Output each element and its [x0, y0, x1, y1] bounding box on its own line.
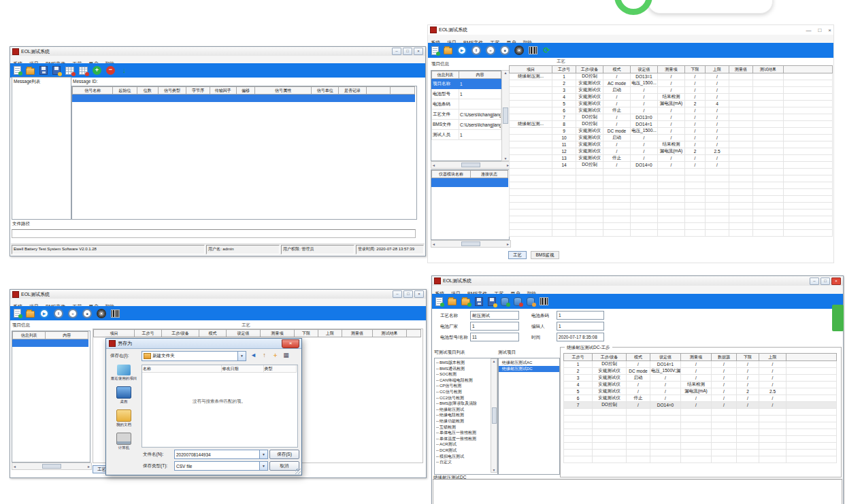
table-row[interactable]: 7DO控制/DO13=0///: [510, 114, 833, 121]
download-icon[interactable]: ↓: [120, 66, 129, 75]
file-path-box[interactable]: [12, 229, 416, 238]
scroll-up-icon[interactable]: ▲: [493, 359, 496, 363]
test-item[interactable]: 模拟电压测试: [435, 454, 497, 460]
table-row[interactable]: 10安规测试仪启动////: [510, 135, 833, 141]
tab-bms-monitor[interactable]: BMS监视: [531, 251, 559, 259]
window-control-button[interactable]: □: [403, 48, 412, 55]
test-item[interactable]: CAN终端电阻检测: [435, 377, 497, 384]
message-list-panel[interactable]: Message列表: [12, 77, 71, 220]
db-delete-icon[interactable]: [514, 297, 522, 306]
window-control-button[interactable]: —: [806, 27, 811, 33]
battery-model-input[interactable]: 11: [470, 333, 519, 341]
open-folder-icon[interactable]: [448, 299, 457, 305]
fast-forward-icon[interactable]: »: [68, 309, 78, 318]
disc-icon[interactable]: [514, 46, 524, 55]
table-row[interactable]: [564, 450, 837, 456]
table-row[interactable]: [564, 429, 837, 436]
new-doc-icon[interactable]: [14, 309, 21, 318]
table-row[interactable]: [564, 422, 837, 429]
table-row[interactable]: [510, 175, 833, 182]
project-info-table[interactable]: 信息列表内容: [12, 331, 90, 463]
refresh-icon[interactable]: ⟳: [542, 46, 551, 55]
open-folder-icon[interactable]: [26, 68, 35, 75]
table-row[interactable]: [510, 196, 833, 203]
views-icon[interactable]: ▦: [282, 351, 291, 360]
filename-input[interactable]: 20200708144934 ▼: [174, 450, 268, 459]
table-row[interactable]: [13, 339, 88, 347]
open-folder-icon[interactable]: [444, 48, 452, 54]
test-item[interactable]: DCR测试: [435, 448, 497, 454]
test-item[interactable]: SOC检测: [435, 371, 497, 377]
table-row[interactable]: 6安规测试仪停止/////: [564, 395, 837, 402]
remove-circle-icon[interactable]: −: [106, 66, 115, 75]
test-item[interactable]: 自定义: [435, 459, 497, 465]
barcode-icon[interactable]: [529, 46, 537, 54]
test-item[interactable]: ACR测试: [435, 441, 497, 448]
table-row[interactable]: 2安规测试仪AC mode电压_1500...///: [510, 80, 833, 87]
place-documents[interactable]: 我的文档: [109, 409, 139, 426]
table-row[interactable]: [510, 189, 833, 196]
table-row[interactable]: [564, 436, 837, 443]
table-row[interactable]: 7DO控制/DO14=0////: [564, 402, 837, 409]
test-item[interactable]: 绝缘耐压测试: [435, 407, 497, 413]
place-recent[interactable]: 最近使用的项目: [109, 365, 139, 380]
place-computer[interactable]: 计算机: [109, 433, 139, 450]
table-row[interactable]: [432, 178, 508, 187]
table-row[interactable]: 电池型号1: [432, 89, 501, 99]
dialog-title-bar[interactable]: 另存为: [106, 339, 301, 349]
disc-icon[interactable]: [97, 309, 106, 318]
table-row[interactable]: [564, 409, 837, 416]
horizontal-scrollbar[interactable]: ◄►: [431, 240, 511, 248]
device-module-table[interactable]: 仪器模块名称连接状态: [431, 169, 510, 240]
window-control-button[interactable]: –: [393, 290, 402, 298]
scroll-down-icon[interactable]: ▼: [504, 156, 508, 161]
test-item[interactable]: BMS版本检测: [435, 360, 497, 366]
table-row[interactable]: 电池条码: [432, 99, 501, 110]
scroll-down-icon[interactable]: ▼: [493, 468, 496, 472]
table-row[interactable]: 项目名称1: [432, 79, 501, 89]
table-row[interactable]: 3安规测试仪启动////: [510, 87, 833, 94]
log-textarea[interactable]: [433, 479, 842, 504]
window-control-button[interactable]: ×: [414, 48, 423, 55]
stop-icon[interactable]: ■: [500, 46, 510, 55]
table-row[interactable]: 绝缘耐压测...8DO控制/DO14=1///: [510, 121, 833, 128]
test-item[interactable]: 绝缘耐压测试DC: [499, 366, 559, 372]
save-button[interactable]: 保存(S): [269, 450, 299, 459]
table-row[interactable]: [564, 443, 837, 450]
table-row[interactable]: [510, 216, 833, 223]
battery-maker-input[interactable]: 1: [470, 322, 519, 331]
horizontal-scrollbar[interactable]: ◄►: [12, 463, 92, 470]
battery-barcode-input[interactable]: 1: [557, 311, 604, 320]
db-edit-icon[interactable]: [527, 297, 535, 306]
db-add-icon[interactable]: [501, 297, 509, 306]
scroll-right-icon[interactable]: ►: [87, 465, 90, 469]
scroll-left-icon[interactable]: ◄: [13, 465, 16, 469]
steps-table[interactable]: 项目工步号工步/设备模式设定值测量项下限上限测量值测试结果: [93, 329, 422, 337]
scroll-thumb[interactable]: [461, 241, 480, 246]
table-row[interactable]: 1DO控制/DO14=1////: [564, 361, 837, 368]
table-row[interactable]: [510, 209, 833, 216]
scroll-right-icon[interactable]: ►: [506, 242, 510, 246]
title-bar[interactable]: EOL测试系统 –□×: [432, 276, 843, 286]
back-icon[interactable]: ◄: [249, 351, 258, 360]
test-item[interactable]: BMS故障读取及清除: [435, 401, 497, 407]
table-delete-row-icon[interactable]: [65, 67, 74, 75]
barcode-icon[interactable]: [540, 297, 548, 305]
steps-table[interactable]: 工步号工步/设备模式设定值测量项数据源下限上限1DO控制/DO14=1////2…: [563, 353, 837, 463]
time-input[interactable]: 2020-07-17 8:35:08: [557, 333, 604, 341]
window-control-button[interactable]: ×: [831, 278, 841, 285]
table-row[interactable]: 3安规测试仪启动/////: [564, 375, 837, 382]
selected-tests-list[interactable]: 绝缘耐压测试AC绝缘耐压测试DC: [498, 358, 560, 475]
window-control-button[interactable]: □: [818, 27, 821, 33]
save-icon[interactable]: [39, 66, 48, 75]
filetype-select[interactable]: CSV file ▼: [174, 461, 268, 471]
new-doc-icon[interactable]: [14, 66, 21, 75]
place-desktop[interactable]: 桌面: [109, 386, 139, 403]
window-control-button[interactable]: □: [821, 278, 830, 285]
test-item[interactable]: 互锁检测: [435, 424, 497, 431]
table-delete-col-icon[interactable]: [79, 67, 88, 75]
window-control-button[interactable]: ×: [828, 27, 831, 33]
table-row[interactable]: 14DO控制/DO14=0///: [510, 162, 833, 169]
table-row[interactable]: 9安规测试仪DC mode电压_1500...///: [510, 128, 833, 135]
fast-forward-icon[interactable]: »: [486, 46, 495, 55]
